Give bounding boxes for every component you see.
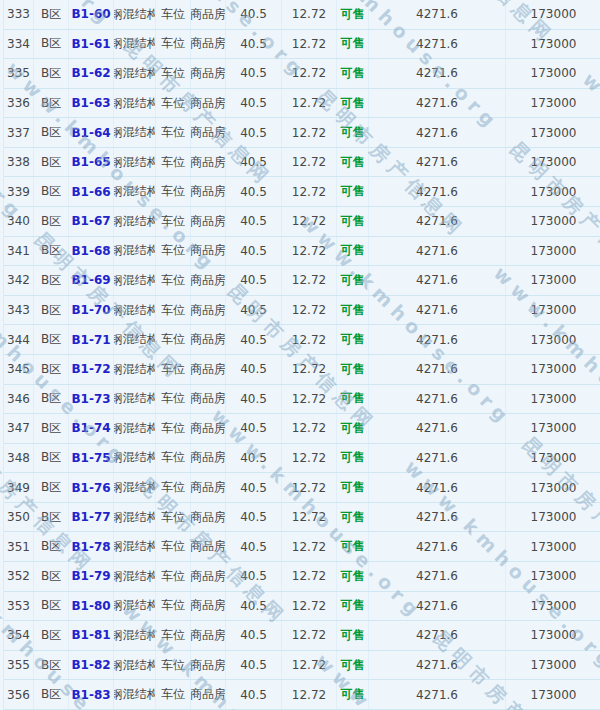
unit-link[interactable]: B1-63: [71, 96, 110, 110]
unit-link[interactable]: B1-72: [71, 362, 110, 376]
cell-sale-status: 可售: [337, 325, 369, 354]
unit-link[interactable]: B1-68: [71, 244, 110, 258]
cell-structure: 钢混结构: [114, 473, 156, 502]
cell-sale-status: 可售: [337, 444, 369, 473]
cell-zone: B区: [34, 237, 69, 266]
unit-link[interactable]: B1-71: [71, 333, 110, 347]
cell-unit: B1-62: [69, 59, 114, 88]
unit-link[interactable]: B1-69: [71, 273, 110, 287]
unit-link[interactable]: B1-62: [71, 66, 110, 80]
cell-category: 商品房: [191, 118, 226, 147]
cell-category: 商品房: [191, 325, 226, 354]
cell-category: 商品房: [191, 237, 226, 266]
cell-area: 40.5: [226, 621, 282, 650]
unit-link[interactable]: B1-65: [71, 155, 110, 169]
unit-link[interactable]: B1-82: [71, 658, 110, 672]
table-row: 341 B区 B1-68 钢混结构 车位 商品房 40.5 12.72 可售 4…: [4, 237, 600, 267]
unit-link[interactable]: B1-77: [71, 510, 110, 524]
cell-category: 商品房: [191, 266, 226, 295]
cell-structure: 钢混结构: [114, 148, 156, 177]
cell-area: 40.5: [226, 207, 282, 236]
cell-zone: B区: [34, 207, 69, 236]
cell-area: 40.5: [226, 385, 282, 414]
cell-category: 商品房: [191, 30, 226, 59]
cell-usage: 车位: [156, 59, 191, 88]
unit-link[interactable]: B1-75: [71, 451, 110, 465]
cell-inner-area: 12.72: [282, 177, 337, 206]
cell-area: 40.5: [226, 89, 282, 118]
cell-zone: B区: [34, 592, 69, 621]
unit-link[interactable]: B1-73: [71, 392, 110, 406]
cell-usage: 车位: [156, 177, 191, 206]
cell-area: 40.5: [226, 503, 282, 532]
cell-inner-area: 12.72: [282, 503, 337, 532]
cell-area: 40.5: [226, 680, 282, 709]
cell-row-number: 350: [4, 503, 34, 532]
cell-sale-status: 可售: [337, 473, 369, 502]
cell-total-price: 173000: [506, 414, 600, 443]
table-row: 347 B区 B1-74 钢混结构 车位 商品房 40.5 12.72 可售 4…: [4, 414, 600, 444]
cell-sale-status: 可售: [337, 177, 369, 206]
cell-category: 商品房: [191, 355, 226, 384]
cell-structure: 钢混结构: [114, 355, 156, 384]
cell-unit-price: 4271.6: [369, 296, 506, 325]
table-row: 333 B区 B1-60 钢混结构 车位 商品房 40.5 12.72 可售 4…: [4, 0, 600, 30]
unit-link[interactable]: B1-78: [71, 540, 110, 554]
unit-link[interactable]: B1-67: [71, 214, 110, 228]
cell-sale-status: 可售: [337, 621, 369, 650]
unit-link[interactable]: B1-61: [71, 37, 110, 51]
cell-area: 40.5: [226, 177, 282, 206]
unit-link[interactable]: B1-83: [71, 688, 110, 702]
cell-structure: 钢混结构: [114, 414, 156, 443]
cell-unit-price: 4271.6: [369, 444, 506, 473]
cell-unit-price: 4271.6: [369, 266, 506, 295]
cell-area: 40.5: [226, 118, 282, 147]
cell-unit: B1-69: [69, 266, 114, 295]
cell-sale-status: 可售: [337, 266, 369, 295]
cell-zone: B区: [34, 325, 69, 354]
cell-zone: B区: [34, 414, 69, 443]
cell-structure: 钢混结构: [114, 444, 156, 473]
cell-total-price: 173000: [506, 30, 600, 59]
cell-inner-area: 12.72: [282, 59, 337, 88]
cell-row-number: 352: [4, 562, 34, 591]
cell-zone: B区: [34, 296, 69, 325]
cell-sale-status: 可售: [337, 651, 369, 680]
cell-row-number: 343: [4, 296, 34, 325]
cell-usage: 车位: [156, 444, 191, 473]
unit-link[interactable]: B1-80: [71, 599, 110, 613]
cell-unit-price: 4271.6: [369, 473, 506, 502]
unit-link[interactable]: B1-79: [71, 569, 110, 583]
unit-link[interactable]: B1-74: [71, 421, 110, 435]
cell-structure: 钢混结构: [114, 177, 156, 206]
cell-row-number: 356: [4, 680, 34, 709]
cell-inner-area: 12.72: [282, 266, 337, 295]
cell-area: 40.5: [226, 30, 282, 59]
cell-row-number: 337: [4, 118, 34, 147]
cell-usage: 车位: [156, 296, 191, 325]
unit-link[interactable]: B1-81: [71, 628, 110, 642]
cell-zone: B区: [34, 89, 69, 118]
cell-total-price: 173000: [506, 444, 600, 473]
cell-total-price: 173000: [506, 355, 600, 384]
unit-link[interactable]: B1-60: [71, 7, 110, 21]
cell-unit-price: 4271.6: [369, 118, 506, 147]
cell-sale-status: 可售: [337, 562, 369, 591]
cell-structure: 钢混结构: [114, 651, 156, 680]
cell-row-number: 346: [4, 385, 34, 414]
cell-unit: B1-74: [69, 414, 114, 443]
cell-unit: B1-71: [69, 325, 114, 354]
unit-link[interactable]: B1-70: [71, 303, 110, 317]
cell-structure: 钢混结构: [114, 562, 156, 591]
cell-sale-status: 可售: [337, 532, 369, 561]
unit-link[interactable]: B1-66: [71, 185, 110, 199]
unit-link[interactable]: B1-76: [71, 481, 110, 495]
cell-inner-area: 12.72: [282, 207, 337, 236]
unit-link[interactable]: B1-64: [71, 126, 110, 140]
cell-total-price: 173000: [506, 680, 600, 709]
cell-sale-status: 可售: [337, 414, 369, 443]
cell-total-price: 173000: [506, 473, 600, 502]
cell-zone: B区: [34, 59, 69, 88]
cell-unit-price: 4271.6: [369, 30, 506, 59]
cell-category: 商品房: [191, 207, 226, 236]
